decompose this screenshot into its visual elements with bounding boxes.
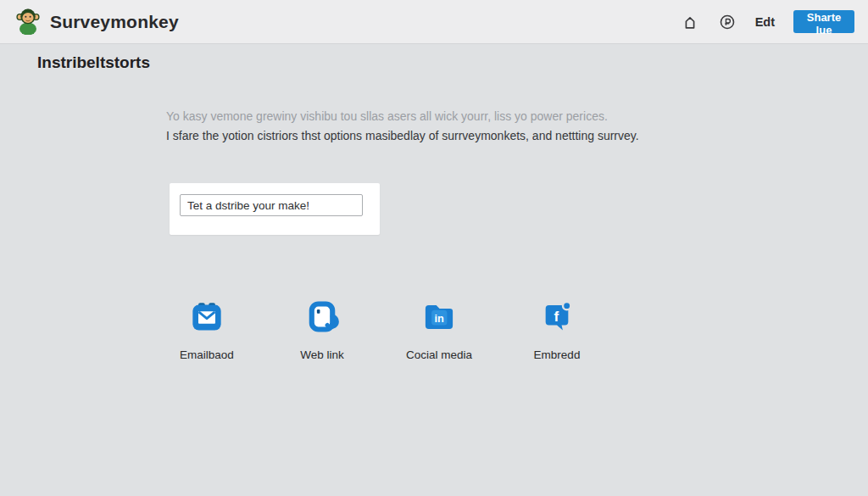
home-icon[interactable] [681,13,699,31]
share-button[interactable]: Sharte lue [793,10,854,33]
intro-text: Yo kasy vemone grewiny vishibu tou sllas… [166,107,639,146]
share-option-web-link[interactable]: Web link [270,300,375,361]
describe-input[interactable] [180,194,363,216]
web-link-icon [270,300,375,334]
share-option-social-media[interactable]: in Cocial media [387,300,492,361]
monkey-logo-icon [14,6,42,38]
intro-line-2: I sfare the yotion cistriors thst option… [166,126,639,146]
share-option-email[interactable]: Emailbaod [154,300,259,361]
share-option-label: Embredd [504,348,609,361]
edit-link[interactable]: Edt [755,15,775,29]
share-option-label: Emailbaod [154,348,259,361]
intro-line-1: Yo kasy vemone grewiny vishibu tou sllas… [166,107,639,126]
help-circle-icon[interactable] [718,13,737,31]
social-media-icon: in [387,300,492,334]
brand: Surveymonkey [14,6,179,38]
header-actions: Edt Sharte lue [681,10,854,33]
describe-card [170,183,380,235]
page-title: Instribeltstorts [37,53,150,72]
svg-text:f: f [554,308,559,325]
svg-text:in: in [435,312,444,325]
embed-icon: f [504,300,609,334]
brand-name: Surveymonkey [50,12,179,32]
share-option-label: Web link [270,348,375,361]
app-window: Surveymonkey Edt Sharte lue Instribeltst… [0,0,868,496]
email-icon [154,300,259,334]
share-option-label: Cocial media [387,348,492,361]
top-header: Surveymonkey Edt Sharte lue [0,0,868,44]
share-option-embed[interactable]: f Embredd [504,300,609,361]
